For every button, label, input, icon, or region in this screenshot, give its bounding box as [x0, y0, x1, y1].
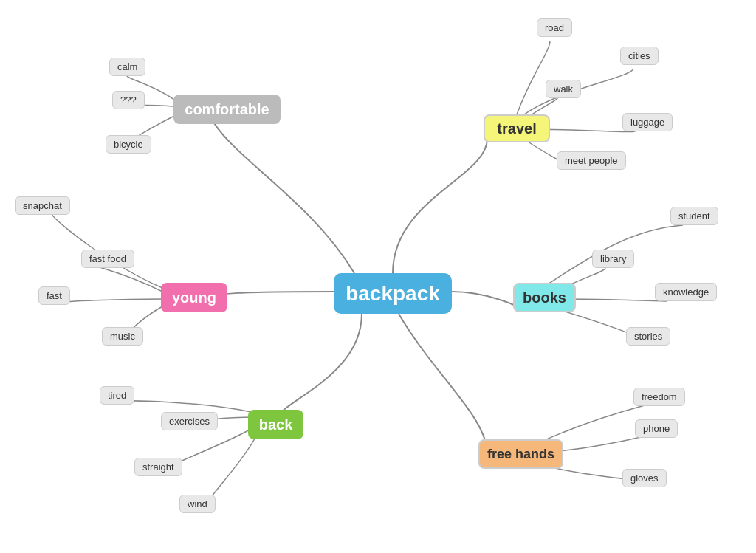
phone-leaf: phone — [635, 419, 678, 438]
fast-leaf: fast — [38, 286, 70, 305]
tired-leaf: tired — [100, 386, 134, 405]
fast-food-leaf: fast food — [81, 250, 134, 268]
library-leaf: library — [592, 250, 634, 268]
free-hands-node: free hands — [478, 439, 563, 469]
main-node: backpack — [334, 273, 452, 314]
student-leaf: student — [670, 207, 718, 225]
music-leaf: music — [102, 327, 143, 346]
exercises-leaf: exercises — [161, 412, 218, 430]
road-leaf: road — [537, 18, 572, 37]
young-node: young — [161, 283, 227, 312]
cities-leaf: cities — [620, 47, 659, 65]
straight-leaf: straight — [134, 458, 182, 476]
books-node: books — [513, 283, 576, 312]
travel-node: travel — [484, 114, 550, 142]
walk-leaf: walk — [546, 80, 581, 98]
knowledge-leaf: knowledge — [655, 283, 717, 301]
back-node: back — [248, 410, 303, 439]
stories-leaf: stories — [626, 327, 670, 346]
comfortable-node: comfortable — [173, 95, 281, 124]
calm-leaf: calm — [109, 58, 145, 76]
meet-people-leaf: meet people — [557, 151, 626, 170]
freedom-leaf: freedom — [633, 388, 685, 406]
qqq-leaf: ??? — [112, 91, 145, 109]
luggage-leaf: luggage — [622, 113, 673, 131]
gloves-leaf: gloves — [622, 469, 667, 487]
snapchat-leaf: snapchat — [15, 196, 70, 215]
wind-leaf: wind — [179, 495, 216, 513]
bicycle-leaf: bicycle — [106, 135, 151, 154]
